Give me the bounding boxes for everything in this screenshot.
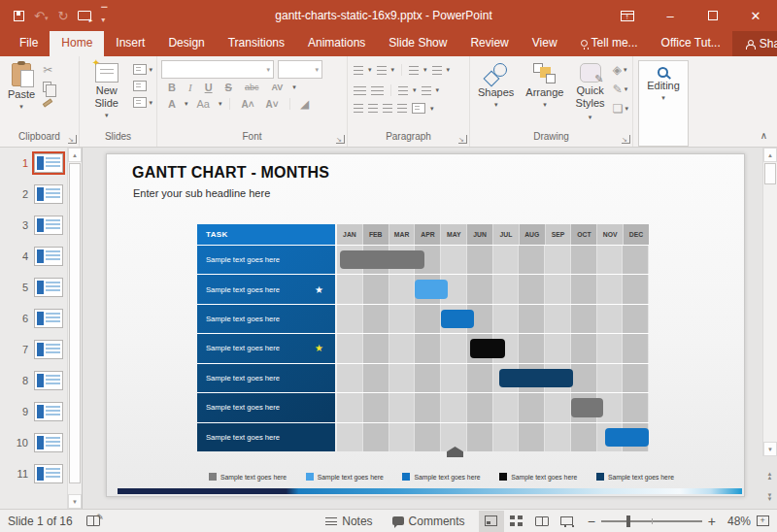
ribbon-display-options-button[interactable] xyxy=(606,0,649,31)
share-button[interactable]: Share xyxy=(732,31,777,56)
thumbnail-preview[interactable] xyxy=(34,216,63,235)
gantt-bar[interactable] xyxy=(441,310,474,328)
editor-scrollbar-thumb[interactable] xyxy=(764,163,776,184)
spell-check-icon[interactable] xyxy=(86,515,100,526)
align-text-icon[interactable] xyxy=(422,86,431,95)
align-center-icon[interactable] xyxy=(368,104,378,113)
thumbnail-preview[interactable] xyxy=(34,464,63,483)
align-left-icon[interactable] xyxy=(354,104,363,113)
task-label[interactable]: Sample text goes here★ xyxy=(197,275,335,303)
justify-icon[interactable] xyxy=(397,104,407,113)
slide-thumbnail-7[interactable]: 7 xyxy=(0,340,67,359)
collapse-ribbon-icon[interactable]: ∧ xyxy=(760,130,767,141)
clear-formatting-icon[interactable]: ◢ xyxy=(298,98,312,111)
character-spacing-dropdown[interactable]: ▾ xyxy=(292,83,296,91)
copy-icon[interactable] xyxy=(43,82,51,92)
slideshow-view-button[interactable] xyxy=(555,511,580,532)
section-icon[interactable] xyxy=(133,97,147,108)
cut-icon[interactable]: ✂ xyxy=(43,64,52,76)
slide-thumbnail-5[interactable]: 5 xyxy=(0,278,67,297)
close-button[interactable]: ✕ xyxy=(734,0,777,31)
format-painter-icon[interactable] xyxy=(43,98,52,107)
shape-effects-icon[interactable]: ❏ xyxy=(613,103,624,115)
clipboard-dialog-launcher[interactable]: ↘ xyxy=(68,135,77,144)
reading-view-button[interactable] xyxy=(529,511,555,532)
slide-thumbnail-10[interactable]: 10 xyxy=(0,433,67,452)
paragraph-dialog-launcher[interactable]: ↘ xyxy=(458,135,467,144)
slide-sorter-view-button[interactable] xyxy=(504,511,529,532)
font-color-button[interactable]: A xyxy=(165,98,179,110)
previous-slide-button[interactable]: ▲▲ xyxy=(762,472,777,480)
bold-button[interactable]: B xyxy=(165,82,179,93)
font-size-combobox[interactable]: ▾ xyxy=(278,60,322,79)
slide-thumbnail-2[interactable]: 2 xyxy=(0,184,67,204)
tab-view[interactable]: View xyxy=(521,31,569,56)
shape-outline-icon[interactable]: ✎ xyxy=(613,83,623,95)
gantt-chart[interactable]: TASK JANFEBMARAPRMAYJUNJULAUGSEPOCTNOVDE… xyxy=(197,224,649,451)
redo-icon[interactable]: ↻ xyxy=(57,10,68,22)
thumbnail-preview[interactable] xyxy=(34,184,63,204)
thumbnail-preview[interactable] xyxy=(34,433,63,452)
italic-button[interactable]: I xyxy=(186,82,195,93)
tab-animations[interactable]: Animations xyxy=(296,31,377,56)
columns-icon[interactable] xyxy=(398,86,408,95)
text-shadow-button[interactable]: abc xyxy=(242,83,262,92)
thumbnail-preview[interactable] xyxy=(34,247,63,266)
quick-styles-button[interactable]: QuickStyles ▾ xyxy=(571,60,608,131)
maximize-button[interactable] xyxy=(692,0,734,31)
gantt-bar[interactable] xyxy=(340,250,424,269)
slide-thumbnail-8[interactable]: 8 xyxy=(0,371,67,390)
thumbnail-preview[interactable] xyxy=(34,340,63,359)
next-slide-button[interactable]: ▼▼ xyxy=(762,493,777,501)
fit-slide-to-window-icon[interactable] xyxy=(757,515,769,526)
gantt-bar[interactable] xyxy=(605,428,649,447)
gantt-bar[interactable] xyxy=(571,398,603,416)
gantt-bar[interactable] xyxy=(415,280,448,298)
drawing-dialog-launcher[interactable]: ↘ xyxy=(622,135,630,144)
tab-tell-me[interactable]: Tell me... xyxy=(569,31,650,56)
tab-insert[interactable]: Insert xyxy=(104,31,156,56)
font-dialog-launcher[interactable]: ↘ xyxy=(336,135,345,144)
align-right-icon[interactable] xyxy=(383,104,392,113)
zoom-slider[interactable] xyxy=(601,520,702,522)
line-spacing-icon[interactable] xyxy=(409,66,419,75)
task-label[interactable]: Sample text goes here xyxy=(197,393,335,421)
slide-thumbnail-3[interactable]: 3 xyxy=(0,216,67,235)
slide-thumbnail-4[interactable]: 4 xyxy=(0,247,67,266)
editor-scroll-up-icon[interactable]: ▲ xyxy=(763,148,777,162)
shrink-font-button[interactable]: A˅ xyxy=(263,99,282,110)
thumbnail-scrollbar[interactable]: ▲ ▼ xyxy=(67,148,82,509)
slide-layout-icon[interactable] xyxy=(133,64,147,75)
normal-view-button[interactable] xyxy=(479,511,504,532)
scroll-down-icon[interactable]: ▼ xyxy=(68,494,82,509)
text-direction-icon[interactable] xyxy=(432,66,442,75)
gantt-bar[interactable] xyxy=(499,369,573,387)
decrease-indent-icon[interactable] xyxy=(354,86,366,95)
customize-qat-icon[interactable]: ▔▾ xyxy=(101,7,106,24)
grow-font-button[interactable]: A˄ xyxy=(238,99,256,110)
zoom-out-button[interactable]: − xyxy=(588,515,595,528)
undo-icon[interactable]: ↶▾ xyxy=(34,10,48,22)
slide-subtitle[interactable]: Enter your sub headline here xyxy=(133,187,270,199)
thumbnail-preview[interactable] xyxy=(34,309,63,328)
save-icon[interactable] xyxy=(14,11,24,21)
slide-thumbnail-6[interactable]: 6 xyxy=(0,309,67,328)
comments-button[interactable]: Comments xyxy=(387,515,471,528)
tab-home[interactable]: Home xyxy=(50,31,104,56)
task-label[interactable]: Sample text goes here xyxy=(197,364,335,392)
start-slideshow-icon[interactable] xyxy=(78,11,91,20)
slide-thumbnail-9[interactable]: 9 xyxy=(0,402,67,421)
task-label[interactable]: Sample text goes here xyxy=(197,305,335,333)
editor-scrollbar[interactable]: ▲ ▼ xyxy=(762,148,777,456)
thumbnail-preview[interactable] xyxy=(34,278,63,297)
task-label[interactable]: Sample text goes here★ xyxy=(197,334,335,362)
thumbnail-preview[interactable] xyxy=(34,371,63,390)
thumbnail-preview[interactable] xyxy=(34,153,63,173)
shape-fill-icon[interactable]: ◈ xyxy=(613,64,622,76)
zoom-in-button[interactable]: + xyxy=(708,515,716,528)
tab-review[interactable]: Review xyxy=(458,31,520,56)
minimize-button[interactable]: – xyxy=(649,0,692,31)
editing-button[interactable]: Editing▾ xyxy=(638,60,689,147)
task-label[interactable]: Sample text goes here xyxy=(197,423,335,451)
slide-thumbnail-1[interactable]: 1 xyxy=(0,153,67,173)
